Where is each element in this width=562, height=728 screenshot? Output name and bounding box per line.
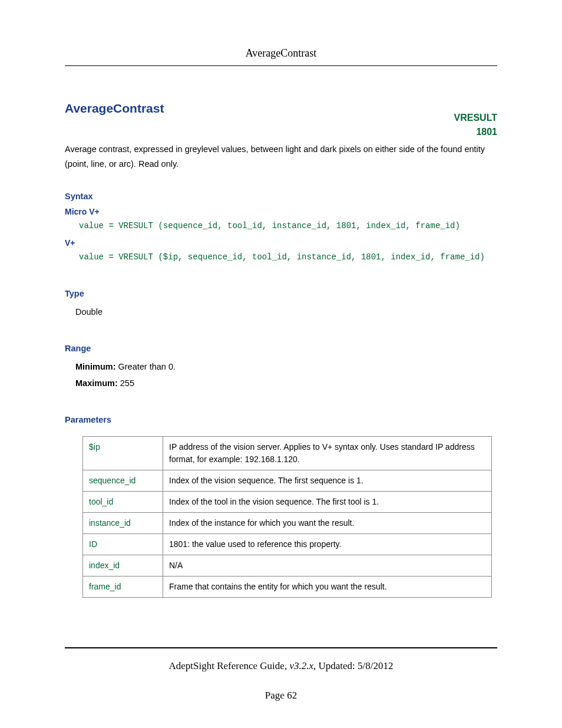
param-name: tool_id xyxy=(83,492,163,513)
param-desc: 1801: the value used to reference this p… xyxy=(163,534,492,555)
param-desc: Frame that contains the entity for which… xyxy=(163,577,492,598)
footer-text: AdeptSight Reference Guide, v3.2.x, Upda… xyxy=(0,660,562,672)
param-name: frame_id xyxy=(83,577,163,598)
param-name: sequence_id xyxy=(83,470,163,492)
param-desc: Index of the tool in the vision sequence… xyxy=(163,492,492,513)
intro-paragraph: Average contrast, expressed in greylevel… xyxy=(65,142,497,171)
param-name: ID xyxy=(83,534,163,555)
range-min-label: Minimum: xyxy=(75,362,115,371)
range-heading: Range xyxy=(65,344,497,353)
table-row: ID 1801: the value used to reference thi… xyxy=(83,534,492,555)
syntax-heading: Syntax xyxy=(65,192,497,201)
parameters-table: $ip IP address of the vision server. App… xyxy=(82,436,492,598)
footer-updated: , Updated: 5/8/2012 xyxy=(313,660,394,671)
param-name: $ip xyxy=(83,437,163,470)
table-row: $ip IP address of the vision server. App… xyxy=(83,437,492,470)
range-max-label: Maximum: xyxy=(75,378,118,388)
param-name: index_id xyxy=(83,555,163,577)
type-heading: Type xyxy=(65,289,497,298)
table-row: index_id N/A xyxy=(83,555,492,577)
param-desc: IP address of the vision server. Applies… xyxy=(163,437,492,470)
page-number: Page 62 xyxy=(0,690,562,701)
parameters-heading: Parameters xyxy=(65,415,497,424)
vresult-code: 1801 xyxy=(454,125,497,139)
param-name: instance_id xyxy=(83,513,163,534)
vplus-label: V+ xyxy=(65,238,497,248)
footer-guide: AdeptSight Reference Guide xyxy=(169,660,285,671)
range-minimum: Minimum: Greater than 0. xyxy=(75,359,497,375)
table-row: instance_id Index of the instance for wh… xyxy=(83,513,492,534)
micro-vplus-label: Micro V+ xyxy=(65,207,497,216)
table-row: sequence_id Index of the vision sequence… xyxy=(83,470,492,492)
type-value: Double xyxy=(75,304,497,321)
param-desc: Index of the vision sequence. The first … xyxy=(163,470,492,492)
vplus-code: value = VRESULT ($ip, sequence_id, tool_… xyxy=(79,250,497,265)
running-header: AverageContrast xyxy=(65,47,497,66)
micro-vplus-code: value = VRESULT (sequence_id, tool_id, i… xyxy=(79,219,497,233)
table-row: tool_id Index of the tool in the vision … xyxy=(83,492,492,513)
param-desc: Index of the instance for which you want… xyxy=(163,513,492,534)
range-min-value: Greater than 0. xyxy=(115,362,176,371)
vresult-tag: VRESULT 1801 xyxy=(454,111,497,139)
footer-version: , v3.2.x xyxy=(285,660,313,671)
page-title: AverageContrast xyxy=(65,101,497,116)
range-maximum: Maximum: 255 xyxy=(75,375,497,392)
range-max-value: 255 xyxy=(118,378,134,388)
vresult-label: VRESULT xyxy=(454,111,497,125)
footer-rule xyxy=(65,647,497,648)
table-row: frame_id Frame that contains the entity … xyxy=(83,577,492,598)
param-desc: N/A xyxy=(163,555,492,577)
